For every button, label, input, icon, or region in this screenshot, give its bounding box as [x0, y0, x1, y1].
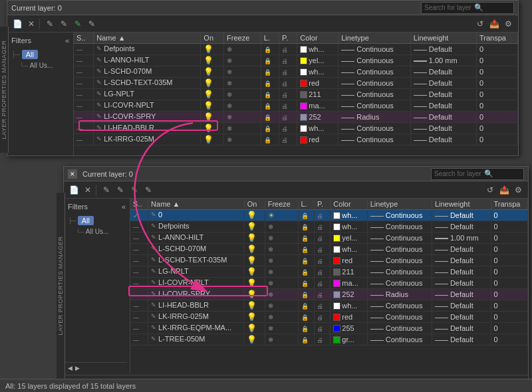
row-lineweight[interactable]: Default	[432, 244, 491, 255]
row-print[interactable]: 🖨	[314, 244, 330, 255]
row-print[interactable]: 🖨	[314, 278, 330, 289]
row-linetype[interactable]: Continuous	[367, 278, 432, 289]
row-lineweight[interactable]: Default	[432, 289, 491, 300]
row-lineweight[interactable]: Default	[410, 134, 476, 146]
row-on[interactable]: 💡	[244, 312, 265, 323]
table-row[interactable]: —✎LI-COVR-NPLT💡❄🔒🖨ma...ContinuousDefault…	[74, 100, 518, 112]
row-linetype[interactable]: Continuous	[367, 255, 432, 266]
row-freeze[interactable]: ❄	[224, 66, 261, 78]
row-print[interactable]: 🖨	[279, 134, 297, 146]
row-color[interactable]: ma...	[297, 100, 338, 112]
row-on[interactable]: 💡	[244, 221, 265, 233]
bottom-col-name[interactable]: Name ▲	[148, 199, 245, 210]
row-lock[interactable]: 🔒	[298, 300, 314, 312]
row-lineweight[interactable]: Default	[432, 300, 491, 312]
table-row[interactable]: —✎L-SCHD-TEXT-035M💡❄🔒🖨redContinuousDefau…	[74, 78, 518, 89]
row-lock[interactable]: 🔒	[298, 334, 314, 345]
row-print[interactable]: 🖨	[279, 112, 297, 123]
row-color[interactable]: wh...	[331, 300, 367, 312]
row-lock[interactable]: 🔒	[298, 289, 314, 300]
row-lock[interactable]: 🔒	[261, 100, 279, 112]
row-freeze[interactable]: ❄	[265, 255, 298, 266]
bottom-toolbar-btn2[interactable]: ✎	[114, 184, 126, 196]
row-freeze[interactable]: ❄	[265, 334, 298, 345]
row-linetype[interactable]: Continuous	[338, 134, 411, 146]
table-row[interactable]: —✎L-SCHD-TEXT-035M💡❄🔒🖨redContinuousDefau…	[130, 255, 528, 266]
bottom-search-icon[interactable]: 🔍	[484, 169, 493, 178]
row-print[interactable]: 🖨	[314, 323, 330, 334]
top-col-name[interactable]: Name ▲	[94, 33, 201, 44]
row-lock[interactable]: 🔒	[298, 255, 314, 266]
row-on[interactable]: 💡	[244, 244, 265, 255]
row-on[interactable]: 💡	[201, 89, 224, 100]
row-lineweight[interactable]: Default	[432, 210, 491, 221]
top-col-print[interactable]: P.	[279, 33, 297, 44]
row-print[interactable]: 🖨	[314, 210, 330, 221]
row-lineweight[interactable]: Default	[410, 66, 476, 78]
bottom-toolbar-delete-btn[interactable]: ✕	[82, 184, 94, 196]
row-lineweight[interactable]: Default	[432, 312, 491, 323]
row-color[interactable]: yel...	[331, 233, 367, 244]
row-lock[interactable]: 🔒	[298, 244, 314, 255]
row-freeze[interactable]: ❄	[224, 78, 261, 89]
row-on[interactable]: 💡	[244, 233, 265, 244]
row-color[interactable]: 252	[297, 112, 338, 123]
table-row[interactable]: —✎L-ANNO-HILT💡❄🔒🖨yel...Continuous1.00 mm…	[130, 233, 528, 244]
row-freeze[interactable]: ❄	[265, 266, 298, 278]
row-print[interactable]: 🖨	[314, 255, 330, 266]
toolbar-export-btn[interactable]: 📤	[488, 18, 500, 30]
row-freeze[interactable]: ☀	[265, 210, 298, 221]
table-row[interactable]: —✎LK-IRRG-025M💡❄🔒🖨redContinuousDefault0	[74, 134, 518, 146]
row-linetype[interactable]: Continuous	[367, 323, 432, 334]
row-print[interactable]: 🖨	[279, 55, 297, 66]
row-linetype[interactable]: Continuous	[367, 210, 432, 221]
row-freeze[interactable]: ❄	[265, 312, 298, 323]
top-all-filter[interactable]: All	[22, 50, 38, 59]
row-print[interactable]: 🖨	[314, 334, 330, 345]
row-freeze[interactable]: ❄	[265, 244, 298, 255]
row-color[interactable]: red	[331, 255, 367, 266]
row-color[interactable]: 211	[297, 89, 338, 100]
row-color[interactable]: wh...	[331, 221, 367, 233]
table-row[interactable]: —✎L-SCHD-070M💡❄🔒🖨wh...ContinuousDefault0	[74, 66, 518, 78]
row-lock[interactable]: 🔒	[298, 312, 314, 323]
row-linetype[interactable]: Continuous	[338, 44, 411, 55]
row-linetype[interactable]: Continuous	[367, 300, 432, 312]
row-color[interactable]: red	[297, 78, 338, 89]
table-row[interactable]: —✎L-ANNO-HILT💡❄🔒🖨yel...Continuous1.00 mm…	[74, 55, 518, 66]
row-on[interactable]: 💡	[201, 66, 224, 78]
top-col-color[interactable]: Color	[297, 33, 338, 44]
table-row[interactable]: ✓✎0💡☀🔒🖨wh...ContinuousDefault0	[130, 210, 528, 221]
row-on[interactable]: 💡	[201, 78, 224, 89]
row-color[interactable]: gr...	[331, 334, 367, 345]
row-color[interactable]: wh...	[331, 244, 367, 255]
table-row[interactable]: —✎LG-NPLT💡❄🔒🖨211ContinuousDefault0	[74, 89, 518, 100]
row-lock[interactable]: 🔒	[261, 89, 279, 100]
row-on[interactable]: 💡	[244, 255, 265, 266]
top-search-box[interactable]: Search for layer 🔍	[421, 2, 514, 14]
row-print[interactable]: 🖨	[279, 78, 297, 89]
table-row[interactable]: —✎LI-COVR-NPLT💡❄🔒🖨ma...ContinuousDefault…	[130, 278, 528, 289]
top-search-icon[interactable]: 🔍	[474, 3, 483, 12]
row-on[interactable]: 💡	[201, 134, 224, 146]
row-on[interactable]: 💡	[244, 289, 265, 300]
top-col-freeze[interactable]: Freeze	[224, 33, 261, 44]
row-freeze[interactable]: ❄	[224, 89, 261, 100]
bottom-toolbar-settings-btn[interactable]: ⚙	[512, 184, 524, 196]
table-row[interactable]: —✎L-SCHD-070M💡❄🔒🖨wh...ContinuousDefault0	[130, 244, 528, 255]
row-lineweight[interactable]: Default	[432, 334, 491, 345]
row-lineweight[interactable]: Default	[410, 78, 476, 89]
row-linetype[interactable]: Continuous	[338, 100, 411, 112]
row-lineweight[interactable]: Default	[432, 323, 491, 334]
row-color[interactable]: wh...	[331, 210, 367, 221]
table-row[interactable]: —✎LI-HEAD-BBLR💡❄🔒🖨wh...ContinuousDefault…	[130, 300, 528, 312]
bottom-collapse-btn[interactable]: «	[122, 203, 126, 211]
row-linetype[interactable]: Continuous	[338, 123, 411, 134]
row-freeze[interactable]: ❄	[224, 134, 261, 146]
row-print[interactable]: 🖨	[314, 312, 330, 323]
row-color[interactable]: ma...	[331, 278, 367, 289]
toolbar-btn2[interactable]: ✎	[58, 18, 70, 30]
row-color[interactable]: red	[297, 134, 338, 146]
table-row[interactable]: —✎Defpoints💡❄🔒🖨wh...ContinuousDefault0	[130, 221, 528, 233]
row-on[interactable]: 💡	[244, 278, 265, 289]
